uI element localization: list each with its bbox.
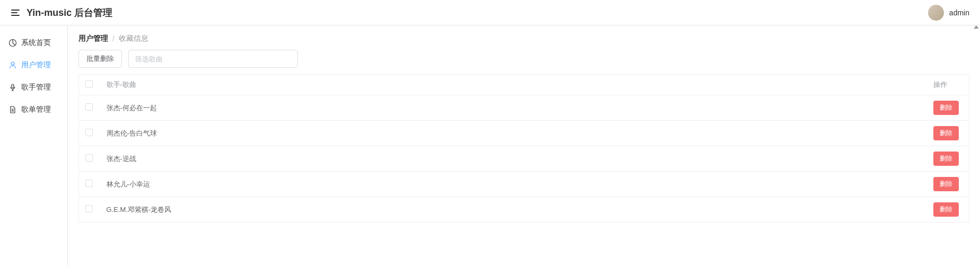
- td-song: 周杰伦-告白气球: [100, 121, 927, 146]
- th-checkbox: [79, 75, 100, 95]
- pie-chart-icon: [8, 39, 17, 47]
- svg-point-1: [11, 62, 14, 65]
- filter-input[interactable]: [128, 50, 298, 68]
- th-action: 操作: [927, 75, 969, 95]
- song-table: 歌手-歌曲 操作 张杰-何必在一起 删除 周杰伦-告白气球 删除 张杰-逆战 删…: [78, 74, 969, 222]
- breadcrumb-sub: 收藏信息: [119, 34, 148, 43]
- sidebar-item-users[interactable]: 用户管理: [0, 54, 67, 76]
- sidebar-item-singers[interactable]: 歌手管理: [0, 76, 67, 99]
- table-row: 张杰-逆战 删除: [79, 146, 969, 172]
- table-row: 周杰伦-告白气球 删除: [79, 121, 969, 146]
- td-checkbox: [79, 146, 100, 172]
- td-checkbox: [79, 95, 100, 121]
- main-content: 用户管理 / 收藏信息 批量删除 歌手-歌曲 操作 张杰-何必在一起 删除 周杰…: [68, 25, 980, 267]
- document-icon: [8, 105, 17, 114]
- breadcrumb: 用户管理 / 收藏信息: [78, 34, 969, 43]
- sidebar: 系统首页 用户管理 歌手管理 歌单管理: [0, 25, 68, 267]
- username[interactable]: admin: [949, 8, 969, 17]
- td-song: 林允儿-小幸运: [100, 172, 927, 197]
- row-checkbox[interactable]: [85, 154, 93, 162]
- delete-button[interactable]: 删除: [933, 152, 959, 166]
- td-song: 张杰-何必在一起: [100, 95, 927, 121]
- scroll-up-icon[interactable]: [974, 25, 979, 29]
- sidebar-item-label: 歌手管理: [21, 83, 51, 92]
- row-checkbox[interactable]: [85, 103, 93, 111]
- layout: 系统首页 用户管理 歌手管理 歌单管理 用户管理 / 收藏信息: [0, 25, 980, 267]
- header-right: admin: [928, 5, 969, 21]
- td-action: 删除: [927, 95, 969, 121]
- user-icon: [8, 61, 17, 69]
- row-checkbox[interactable]: [85, 180, 93, 187]
- sidebar-item-home[interactable]: 系统首页: [0, 32, 67, 54]
- delete-button[interactable]: 删除: [933, 126, 959, 140]
- td-checkbox: [79, 197, 100, 222]
- td-action: 删除: [927, 172, 969, 197]
- td-action: 删除: [927, 197, 969, 222]
- header: Yin-music 后台管理 admin: [0, 0, 980, 25]
- td-action: 删除: [927, 121, 969, 146]
- batch-delete-button[interactable]: 批量删除: [78, 50, 122, 68]
- th-song: 歌手-歌曲: [100, 75, 927, 95]
- breadcrumb-main[interactable]: 用户管理: [78, 34, 108, 43]
- delete-button[interactable]: 删除: [933, 101, 959, 115]
- delete-button[interactable]: 删除: [933, 177, 959, 191]
- app-title: Yin-music 后台管理: [27, 6, 112, 19]
- toolbar: 批量删除: [78, 50, 969, 68]
- sidebar-item-playlists[interactable]: 歌单管理: [0, 99, 67, 121]
- sidebar-item-label: 歌单管理: [21, 105, 51, 114]
- td-song: G.E.M.邓紫棋-龙卷风: [100, 197, 927, 222]
- header-left: Yin-music 后台管理: [11, 6, 112, 19]
- table-header-row: 歌手-歌曲 操作: [79, 75, 969, 95]
- table-row: 林允儿-小幸运 删除: [79, 172, 969, 197]
- td-checkbox: [79, 172, 100, 197]
- row-checkbox[interactable]: [85, 129, 93, 136]
- breadcrumb-separator: /: [112, 34, 114, 43]
- svg-rect-2: [12, 84, 14, 88]
- delete-button[interactable]: 删除: [933, 202, 959, 217]
- menu-toggle-icon[interactable]: [11, 8, 20, 17]
- td-checkbox: [79, 121, 100, 146]
- td-action: 删除: [927, 146, 969, 172]
- avatar[interactable]: [928, 5, 944, 21]
- table-row: G.E.M.邓紫棋-龙卷风 删除: [79, 197, 969, 222]
- td-song: 张杰-逆战: [100, 146, 927, 172]
- select-all-checkbox[interactable]: [85, 81, 93, 88]
- table-row: 张杰-何必在一起 删除: [79, 95, 969, 121]
- sidebar-item-label: 用户管理: [21, 60, 51, 70]
- row-checkbox[interactable]: [85, 205, 93, 212]
- mic-icon: [8, 83, 17, 92]
- sidebar-item-label: 系统首页: [21, 38, 51, 48]
